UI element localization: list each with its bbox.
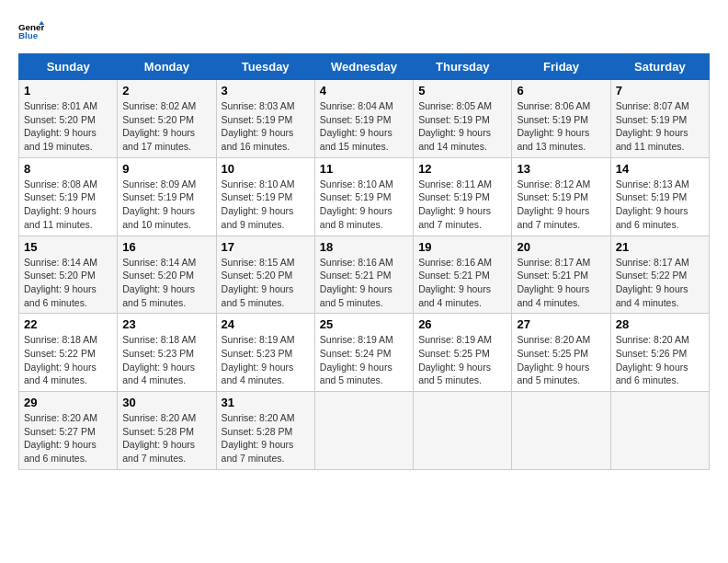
day-info: Sunrise: 8:20 AMSunset: 5:27 PMDaylight:…	[24, 411, 112, 465]
calendar-week-4: 22 Sunrise: 8:18 AMSunset: 5:22 PMDaylig…	[19, 314, 710, 392]
calendar-cell: 10 Sunrise: 8:10 AMSunset: 5:19 PMDaylig…	[216, 157, 314, 236]
calendar-cell: 29 Sunrise: 8:20 AMSunset: 5:27 PMDaylig…	[19, 392, 118, 470]
calendar-header: SundayMondayTuesdayWednesdayThursdayFrid…	[19, 54, 710, 80]
day-number: 13	[517, 162, 605, 176]
calendar-cell: 17 Sunrise: 8:15 AMSunset: 5:20 PMDaylig…	[216, 236, 314, 314]
calendar-cell: 24 Sunrise: 8:19 AMSunset: 5:23 PMDaylig…	[216, 314, 314, 392]
day-number: 17	[222, 240, 310, 254]
calendar-cell: 16 Sunrise: 8:14 AMSunset: 5:20 PMDaylig…	[118, 236, 216, 314]
calendar-cell: 15 Sunrise: 8:14 AMSunset: 5:20 PMDaylig…	[19, 236, 118, 314]
day-info: Sunrise: 8:18 AMSunset: 5:22 PMDaylight:…	[24, 333, 112, 387]
calendar-cell	[414, 392, 512, 470]
day-number: 23	[122, 317, 210, 331]
calendar-week-2: 8 Sunrise: 8:08 AMSunset: 5:19 PMDayligh…	[19, 157, 710, 236]
day-number: 19	[418, 240, 506, 254]
day-info: Sunrise: 8:08 AMSunset: 5:19 PMDaylight:…	[24, 178, 112, 232]
logo: General Blue	[18, 18, 48, 44]
calendar-cell: 23 Sunrise: 8:18 AMSunset: 5:23 PMDaylig…	[118, 314, 216, 392]
header-cell-friday: Friday	[512, 54, 610, 80]
day-info: Sunrise: 8:20 AMSunset: 5:28 PMDaylight:…	[122, 411, 210, 465]
day-number: 6	[517, 84, 605, 98]
calendar-cell: 30 Sunrise: 8:20 AMSunset: 5:28 PMDaylig…	[118, 392, 216, 470]
day-number: 30	[122, 396, 210, 409]
calendar-table: SundayMondayTuesdayWednesdayThursdayFrid…	[18, 53, 710, 470]
day-number: 3	[222, 84, 310, 98]
day-number: 15	[24, 240, 112, 254]
day-info: Sunrise: 8:20 AMSunset: 5:28 PMDaylight:…	[222, 411, 310, 465]
day-number: 11	[320, 162, 408, 176]
calendar-cell: 6 Sunrise: 8:06 AMSunset: 5:19 PMDayligh…	[512, 80, 610, 158]
day-number: 24	[222, 317, 310, 331]
calendar-cell: 31 Sunrise: 8:20 AMSunset: 5:28 PMDaylig…	[216, 392, 314, 470]
calendar-cell: 12 Sunrise: 8:11 AMSunset: 5:19 PMDaylig…	[414, 157, 512, 236]
day-number: 16	[122, 240, 210, 254]
day-number: 25	[320, 317, 408, 331]
day-number: 18	[320, 240, 408, 254]
logo-icon: General Blue	[18, 18, 44, 44]
day-number: 7	[616, 84, 704, 98]
day-info: Sunrise: 8:05 AMSunset: 5:19 PMDaylight:…	[418, 99, 506, 154]
day-info: Sunrise: 8:20 AMSunset: 5:26 PMDaylight:…	[616, 333, 704, 387]
header-cell-saturday: Saturday	[610, 54, 709, 80]
calendar-cell: 20 Sunrise: 8:17 AMSunset: 5:21 PMDaylig…	[512, 236, 610, 314]
calendar-cell	[314, 392, 413, 470]
day-number: 1	[24, 84, 112, 98]
day-number: 29	[24, 396, 112, 409]
calendar-cell: 19 Sunrise: 8:16 AMSunset: 5:21 PMDaylig…	[414, 236, 512, 314]
day-info: Sunrise: 8:19 AMSunset: 5:24 PMDaylight:…	[320, 333, 408, 387]
day-number: 21	[616, 240, 704, 254]
day-number: 2	[122, 84, 210, 98]
calendar-cell: 28 Sunrise: 8:20 AMSunset: 5:26 PMDaylig…	[610, 314, 709, 392]
calendar-cell: 22 Sunrise: 8:18 AMSunset: 5:22 PMDaylig…	[19, 314, 118, 392]
calendar-cell: 14 Sunrise: 8:13 AMSunset: 5:19 PMDaylig…	[610, 157, 709, 236]
day-info: Sunrise: 8:13 AMSunset: 5:19 PMDaylight:…	[616, 178, 704, 232]
day-info: Sunrise: 8:10 AMSunset: 5:19 PMDaylight:…	[222, 178, 310, 232]
day-info: Sunrise: 8:02 AMSunset: 5:20 PMDaylight:…	[122, 99, 210, 154]
day-number: 31	[222, 396, 310, 409]
calendar-week-5: 29 Sunrise: 8:20 AMSunset: 5:27 PMDaylig…	[19, 392, 710, 470]
day-info: Sunrise: 8:20 AMSunset: 5:25 PMDaylight:…	[517, 333, 605, 387]
svg-text:Blue: Blue	[18, 30, 39, 40]
day-info: Sunrise: 8:12 AMSunset: 5:19 PMDaylight:…	[517, 178, 605, 232]
header: General Blue	[18, 18, 710, 44]
day-info: Sunrise: 8:17 AMSunset: 5:22 PMDaylight:…	[616, 256, 704, 310]
header-cell-tuesday: Tuesday	[216, 54, 314, 80]
calendar-cell: 2 Sunrise: 8:02 AMSunset: 5:20 PMDayligh…	[118, 80, 216, 158]
calendar-cell: 8 Sunrise: 8:08 AMSunset: 5:19 PMDayligh…	[19, 157, 118, 236]
calendar-cell: 26 Sunrise: 8:19 AMSunset: 5:25 PMDaylig…	[414, 314, 512, 392]
day-number: 26	[418, 317, 506, 331]
day-number: 12	[418, 162, 506, 176]
day-number: 4	[320, 84, 408, 98]
day-info: Sunrise: 8:06 AMSunset: 5:19 PMDaylight:…	[517, 99, 605, 154]
calendar-cell: 1 Sunrise: 8:01 AMSunset: 5:20 PMDayligh…	[19, 80, 118, 158]
day-info: Sunrise: 8:10 AMSunset: 5:19 PMDaylight:…	[320, 178, 408, 232]
day-info: Sunrise: 8:09 AMSunset: 5:19 PMDaylight:…	[122, 178, 210, 232]
calendar-body: 1 Sunrise: 8:01 AMSunset: 5:20 PMDayligh…	[19, 80, 710, 470]
day-number: 9	[122, 162, 210, 176]
day-number: 28	[616, 317, 704, 331]
day-info: Sunrise: 8:14 AMSunset: 5:20 PMDaylight:…	[24, 256, 112, 310]
day-info: Sunrise: 8:11 AMSunset: 5:19 PMDaylight:…	[418, 178, 506, 232]
day-number: 27	[517, 317, 605, 331]
header-cell-thursday: Thursday	[414, 54, 512, 80]
calendar-cell: 18 Sunrise: 8:16 AMSunset: 5:21 PMDaylig…	[314, 236, 413, 314]
day-info: Sunrise: 8:19 AMSunset: 5:25 PMDaylight:…	[418, 333, 506, 387]
calendar-cell: 7 Sunrise: 8:07 AMSunset: 5:19 PMDayligh…	[610, 80, 709, 158]
calendar-cell: 9 Sunrise: 8:09 AMSunset: 5:19 PMDayligh…	[118, 157, 216, 236]
calendar-cell	[610, 392, 709, 470]
day-info: Sunrise: 8:16 AMSunset: 5:21 PMDaylight:…	[418, 256, 506, 310]
day-info: Sunrise: 8:19 AMSunset: 5:23 PMDaylight:…	[222, 333, 310, 387]
day-info: Sunrise: 8:01 AMSunset: 5:20 PMDaylight:…	[24, 99, 112, 154]
day-number: 8	[24, 162, 112, 176]
calendar-cell: 4 Sunrise: 8:04 AMSunset: 5:19 PMDayligh…	[314, 80, 413, 158]
calendar-week-1: 1 Sunrise: 8:01 AMSunset: 5:20 PMDayligh…	[19, 80, 710, 158]
header-row: SundayMondayTuesdayWednesdayThursdayFrid…	[19, 54, 710, 80]
day-number: 14	[616, 162, 704, 176]
day-number: 20	[517, 240, 605, 254]
calendar-cell: 11 Sunrise: 8:10 AMSunset: 5:19 PMDaylig…	[314, 157, 413, 236]
day-info: Sunrise: 8:07 AMSunset: 5:19 PMDaylight:…	[616, 99, 704, 154]
calendar-cell: 13 Sunrise: 8:12 AMSunset: 5:19 PMDaylig…	[512, 157, 610, 236]
header-cell-monday: Monday	[118, 54, 216, 80]
calendar-cell: 27 Sunrise: 8:20 AMSunset: 5:25 PMDaylig…	[512, 314, 610, 392]
calendar-cell: 25 Sunrise: 8:19 AMSunset: 5:24 PMDaylig…	[314, 314, 413, 392]
